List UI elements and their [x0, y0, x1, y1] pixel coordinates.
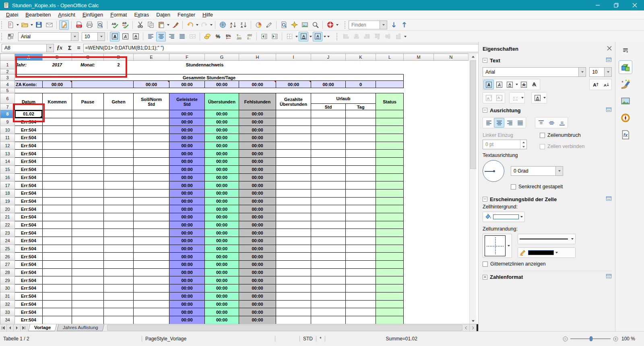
cell-G16[interactable]: 00:00 — [205, 173, 239, 181]
cell-I23[interactable] — [276, 229, 311, 237]
cell-N20[interactable] — [434, 205, 469, 213]
cell-A25[interactable]: Err:504 — [15, 245, 43, 253]
menu-daten[interactable]: Daten — [153, 11, 174, 19]
collapse-icon[interactable]: − — [483, 108, 487, 113]
cell-M8[interactable] — [404, 110, 434, 118]
cell-D5[interactable] — [104, 88, 134, 93]
cell-J29[interactable] — [311, 276, 346, 284]
angle-combo[interactable]: 0 Grad — [511, 166, 563, 176]
cell-N28[interactable] — [434, 268, 469, 276]
cell-H14[interactable]: 00:00 — [239, 158, 276, 166]
cell-G8[interactable]: 00:00 — [205, 110, 239, 118]
cell-J15[interactable] — [311, 165, 346, 173]
minimize-button[interactable] — [588, 0, 607, 10]
vertical-scrollbar[interactable] — [469, 54, 476, 324]
cell-H27[interactable]: 00:00 — [239, 261, 276, 269]
cell-K24[interactable] — [346, 237, 376, 245]
row-header-4[interactable]: 4 — [0, 81, 15, 88]
cell-M32[interactable] — [404, 300, 434, 308]
cell-M16[interactable] — [404, 173, 434, 181]
align-center-button[interactable] — [494, 118, 504, 128]
name-box-dropdown[interactable] — [46, 44, 54, 52]
cell-M34[interactable] — [404, 316, 434, 324]
cell-A33[interactable]: Err:504 — [15, 308, 43, 316]
cell-A24[interactable]: Err:504 — [15, 237, 43, 245]
cell-B17[interactable] — [43, 181, 72, 189]
cell-L23[interactable] — [376, 229, 404, 237]
find-input[interactable]: Finden — [349, 21, 387, 29]
cell-M26[interactable] — [404, 253, 434, 261]
cell-I4[interactable]: 00:00 — [276, 81, 311, 88]
sidebar-tab-styles[interactable] — [619, 77, 632, 91]
cell-K20[interactable] — [346, 205, 376, 213]
merge-cells-button[interactable] — [188, 32, 197, 41]
valign-middle-button[interactable] — [546, 118, 557, 128]
cell-A2[interactable] — [15, 69, 43, 74]
cell-K21[interactable] — [346, 213, 376, 221]
cell-J27[interactable] — [311, 261, 346, 269]
add-decimal-button[interactable]: 0→.000 — [234, 32, 244, 41]
cell-A34[interactable]: Err:504 — [15, 316, 43, 324]
italic-button[interactable]: A — [120, 32, 130, 41]
cell-M3[interactable] — [404, 74, 434, 81]
cell-I21[interactable] — [276, 213, 311, 221]
previous-sheet-button[interactable] — [7, 324, 14, 331]
cell-A19[interactable]: Err:504 — [15, 197, 43, 205]
cell-E33[interactable] — [134, 308, 169, 316]
row-header-30[interactable]: 30 — [0, 284, 15, 292]
cell-C32[interactable] — [72, 300, 104, 308]
cell-I31[interactable] — [276, 292, 311, 300]
column-header-E[interactable]: E — [134, 54, 169, 61]
cell-G18[interactable]: 00:00 — [205, 189, 239, 197]
cell-F32[interactable]: 00:00 — [169, 300, 205, 308]
cell-L25[interactable] — [376, 245, 404, 253]
cell-J14[interactable] — [311, 158, 346, 166]
cell-E18[interactable] — [134, 189, 169, 197]
cell-H31[interactable]: 00:00 — [239, 292, 276, 300]
cell-M29[interactable] — [404, 276, 434, 284]
cell-I14[interactable] — [276, 158, 311, 166]
row-header-11[interactable]: 11 — [0, 134, 15, 142]
cell-B30[interactable] — [43, 284, 72, 292]
cell-A12[interactable]: Err:504 — [15, 142, 43, 150]
cell-H22[interactable]: 00:00 — [239, 221, 276, 229]
cell-B11[interactable] — [43, 134, 72, 142]
cell-N19[interactable] — [434, 197, 469, 205]
cell-B6[interactable]: Kommen — [43, 93, 72, 110]
cell-G13[interactable]: 00:00 — [205, 150, 239, 158]
cell-A32[interactable]: Err:504 — [15, 300, 43, 308]
cell-C9[interactable] — [72, 118, 104, 126]
cell-F5[interactable] — [169, 88, 205, 93]
cell-M15[interactable] — [404, 165, 434, 173]
cell-H34[interactable]: 00:00 — [239, 316, 276, 324]
cell-I19[interactable] — [276, 197, 311, 205]
more-options-icon[interactable] — [606, 57, 612, 64]
cell-A3-merged[interactable]: Gesammte Stunden/Tage — [15, 74, 404, 81]
page-preview-button[interactable] — [95, 20, 105, 30]
font-decrease-button[interactable]: A — [601, 80, 611, 89]
section-text-header[interactable]: − Text — [483, 56, 612, 65]
cell-H24[interactable]: 00:00 — [239, 237, 276, 245]
cell-N26[interactable] — [434, 253, 469, 261]
cell-J13[interactable] — [311, 150, 346, 158]
cell-F17[interactable]: 00:00 — [169, 181, 205, 189]
next-sheet-button[interactable] — [14, 324, 21, 331]
cell-I16[interactable] — [276, 173, 311, 181]
cell-G15[interactable]: 00:00 — [205, 165, 239, 173]
cell-J22[interactable] — [311, 221, 346, 229]
row-header-21[interactable]: 21 — [0, 213, 15, 221]
vertical-scrollbar-thumb[interactable] — [470, 60, 476, 169]
cell-H19[interactable]: 00:00 — [239, 197, 276, 205]
row-header-15[interactable]: 15 — [0, 165, 15, 173]
cell-C23[interactable] — [72, 229, 104, 237]
cell-M6[interactable] — [404, 93, 434, 110]
del-decimal-button[interactable]: .0000← — [244, 32, 254, 41]
cell-N24[interactable] — [434, 237, 469, 245]
cell-I13[interactable] — [276, 150, 311, 158]
cell-H33[interactable]: 00:00 — [239, 308, 276, 316]
equals-icon[interactable]: = — [74, 45, 83, 51]
cell-C11[interactable] — [72, 134, 104, 142]
cell-E12[interactable] — [134, 142, 169, 150]
cell-C30[interactable] — [72, 284, 104, 292]
cell-D17[interactable] — [104, 181, 134, 189]
